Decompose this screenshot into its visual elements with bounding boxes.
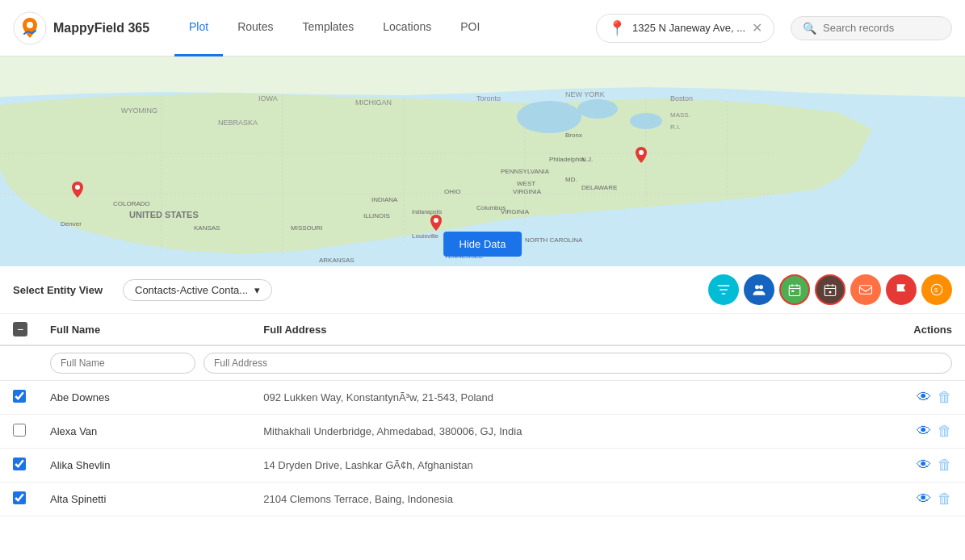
svg-text:WYOMING: WYOMING — [121, 107, 157, 115]
filter-icon-button[interactable] — [708, 274, 739, 305]
row-actions-3: 👁 🗑 — [887, 457, 952, 474]
svg-text:OHIO: OHIO — [444, 188, 460, 195]
coins-icon-button[interactable]: $ — [921, 274, 952, 305]
svg-text:NEBRASKA: NEBRASKA — [218, 119, 258, 127]
nav-tab-poi[interactable]: POI — [446, 0, 494, 56]
nav-tab-plot[interactable]: Plot — [174, 0, 223, 56]
svg-text:NEW YORK: NEW YORK — [565, 90, 605, 98]
main-nav: Plot Routes Templates Locations POI — [174, 0, 580, 56]
svg-text:Bronx: Bronx — [565, 132, 582, 139]
nav-tab-locations[interactable]: Locations — [368, 0, 446, 56]
entity-dropdown[interactable]: Contacts-Active Conta... ▾ — [123, 279, 272, 301]
app-header: MappyField 365 Plot Routes Templates Loc… — [0, 0, 965, 56]
nav-tab-routes[interactable]: Routes — [223, 0, 287, 56]
map-marker-boston — [635, 147, 648, 165]
col-header-actions: Actions — [887, 324, 952, 336]
svg-point-49 — [639, 150, 644, 155]
svg-text:ARKANSAS: ARKANSAS — [319, 257, 355, 264]
table-row: Alika Shevlin 14 Dryden Drive, Lashkar G… — [0, 449, 965, 483]
svg-rect-54 — [789, 286, 800, 296]
location-pin-icon: 📍 — [608, 19, 626, 37]
select-all-toggle[interactable] — [13, 322, 27, 336]
search-input[interactable] — [823, 22, 928, 34]
col-header-address: Full Address — [263, 324, 879, 336]
svg-text:Philadelphia: Philadelphia — [549, 156, 585, 163]
row-name-3: Alika Shevlin — [50, 459, 255, 471]
calendar-green-icon-button[interactable] — [779, 274, 810, 305]
view-icon-3[interactable]: 👁 — [917, 457, 931, 474]
svg-text:MICHIGAN: MICHIGAN — [355, 98, 392, 107]
mail-icon-button[interactable] — [850, 274, 881, 305]
delete-icon-3[interactable]: 🗑 — [938, 457, 952, 474]
location-address: 1325 N Janeway Ave, ... — [632, 22, 745, 34]
svg-text:N.J.: N.J. — [581, 156, 593, 163]
entity-dropdown-value: Contacts-Active Conta... — [135, 284, 248, 296]
dropdown-chevron-icon: ▾ — [254, 284, 260, 296]
table-row: Alta Spinetti 2104 Clemons Terrace, Bain… — [0, 483, 965, 516]
svg-text:PENNSYLVANIA: PENNSYLVANIA — [501, 168, 550, 175]
svg-text:VIRGINIA: VIRGINIA — [513, 188, 542, 195]
location-bar[interactable]: 📍 1325 N Janeway Ave, ... ✕ — [596, 14, 774, 43]
svg-rect-56 — [824, 286, 836, 296]
row-name-4: Alta Spinetti — [50, 493, 255, 505]
svg-point-50 — [434, 218, 438, 223]
svg-point-48 — [75, 185, 80, 190]
delete-icon-2[interactable]: 🗑 — [938, 423, 952, 440]
people-icon-button[interactable] — [744, 274, 774, 305]
svg-point-57 — [829, 291, 832, 294]
svg-text:KANSAS: KANSAS — [194, 224, 220, 232]
svg-point-1 — [27, 22, 33, 28]
map-marker-denver — [71, 182, 84, 200]
row-checkbox-4[interactable] — [13, 491, 26, 504]
row-checkbox-2[interactable] — [13, 424, 26, 437]
svg-text:Boston: Boston — [670, 94, 693, 102]
svg-text:MD.: MD. — [565, 176, 577, 183]
svg-text:R.I.: R.I. — [670, 123, 680, 131]
logo-area: MappyField 365 — [13, 11, 158, 45]
svg-text:Toronto: Toronto — [476, 94, 501, 102]
svg-text:$: $ — [934, 286, 938, 294]
filter-address-input[interactable] — [203, 353, 952, 374]
map-container: WYOMING NEBRASKA IOWA MICHIGAN Toronto N… — [0, 56, 965, 266]
col-header-name: Full Name — [50, 324, 255, 336]
view-icon-2[interactable]: 👁 — [917, 423, 931, 440]
svg-text:UNITED STATES: UNITED STATES — [129, 210, 199, 219]
row-checkbox-1[interactable] — [13, 390, 26, 403]
row-actions-2: 👁 🗑 — [887, 423, 952, 440]
flag-icon-button[interactable] — [886, 274, 917, 305]
svg-rect-55 — [791, 290, 794, 292]
nav-tab-templates[interactable]: Templates — [287, 0, 368, 56]
svg-text:ILLINOIS: ILLINOIS — [363, 212, 390, 219]
row-actions-4: 👁 🗑 — [887, 491, 952, 508]
svg-text:VIRGINIA: VIRGINIA — [501, 208, 530, 215]
view-icon-4[interactable]: 👁 — [917, 491, 931, 508]
filter-row — [0, 346, 965, 381]
svg-point-52 — [755, 285, 759, 289]
row-checkbox-3[interactable] — [13, 458, 26, 470]
calendar-brown-icon-button[interactable] — [815, 274, 845, 305]
svg-text:WEST: WEST — [517, 180, 535, 187]
bottom-panel: Select Entity View Contacts-Active Conta… — [0, 266, 965, 560]
location-clear-icon[interactable]: ✕ — [752, 20, 762, 36]
delete-icon-4[interactable]: 🗑 — [938, 491, 952, 508]
delete-icon-1[interactable]: 🗑 — [938, 389, 952, 406]
filter-name-input[interactable] — [50, 353, 195, 374]
view-icon-1[interactable]: 👁 — [917, 389, 931, 406]
row-address-3: 14 Dryden Drive, Lashkar GÃ¢h, Afghanist… — [263, 459, 879, 471]
search-bar[interactable]: 🔍 — [791, 16, 952, 40]
toolbar-icons: $ — [708, 274, 952, 305]
svg-text:IOWA: IOWA — [258, 94, 278, 102]
svg-point-4 — [577, 99, 618, 119]
row-actions-1: 👁 🗑 — [887, 389, 952, 406]
hide-data-button[interactable]: Hide Data — [443, 232, 522, 257]
row-address-2: Mithakhali Underbridge, Ahmedabad, 38000… — [263, 425, 879, 437]
entity-toolbar: Select Entity View Contacts-Active Conta… — [0, 266, 965, 314]
table-header: Full Name Full Address Actions — [0, 314, 965, 346]
entity-view-label: Select Entity View — [13, 284, 110, 296]
row-name-2: Alexa Van — [50, 425, 255, 437]
row-address-4: 2104 Clemons Terrace, Baing, Indonesia — [263, 493, 879, 505]
svg-text:MASS.: MASS. — [670, 111, 690, 119]
table-row: Alexa Van Mithakhali Underbridge, Ahmeda… — [0, 415, 965, 449]
svg-text:Louisville: Louisville — [412, 232, 438, 240]
svg-text:DELAWARE: DELAWARE — [581, 184, 617, 191]
